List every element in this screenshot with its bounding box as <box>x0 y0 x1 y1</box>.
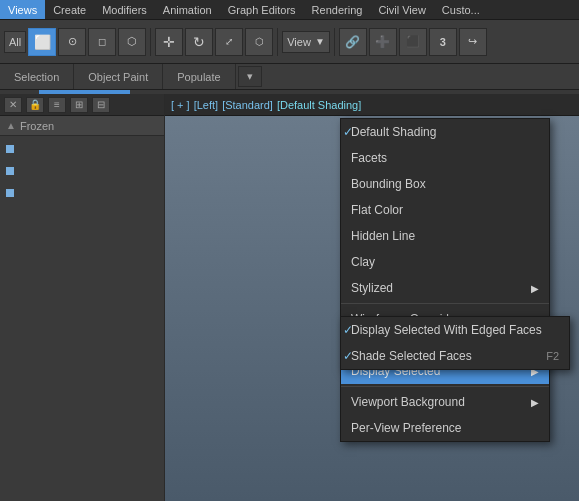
menu-civil-view[interactable]: Civil View <box>370 0 433 19</box>
list-item[interactable] <box>0 182 164 204</box>
menu-modifiers[interactable]: Modifiers <box>94 0 155 19</box>
move-btn[interactable]: ✛ <box>155 28 183 56</box>
frozen-label: Frozen <box>20 120 54 132</box>
panel-lock-btn[interactable]: 🔒 <box>26 97 44 113</box>
sub-context-menu: Display Selected With Edged Faces Shade … <box>340 316 570 370</box>
ctx-viewport-background[interactable]: Viewport Background ▶ <box>341 389 549 415</box>
rotate-btn[interactable]: ↻ <box>185 28 213 56</box>
menu-graph-editors[interactable]: Graph Editors <box>220 0 304 19</box>
frozen-bar: ▲ Frozen <box>0 116 164 136</box>
ctx-clay[interactable]: Clay <box>341 249 549 275</box>
menu-views[interactable]: Views <box>0 0 45 19</box>
menu-bar: Views Create Modifiers Animation Graph E… <box>0 0 579 20</box>
item-dot <box>6 145 14 153</box>
filter-dropdown[interactable]: All <box>4 31 26 53</box>
menu-customize[interactable]: Custo... <box>434 0 488 19</box>
tab-selection[interactable]: Selection <box>0 64 74 89</box>
squash-btn[interactable]: ⬡ <box>245 28 273 56</box>
scale-btn[interactable]: ⤢ <box>215 28 243 56</box>
tab-object-paint[interactable]: Object Paint <box>74 64 163 89</box>
ctx-default-shading[interactable]: Default Shading <box>341 119 549 145</box>
populate-options-btn[interactable]: ▾ <box>238 66 262 87</box>
ctx-bounding-box[interactable]: Bounding Box <box>341 171 549 197</box>
sep3 <box>334 28 335 56</box>
ctx-hidden-line[interactable]: Hidden Line <box>341 223 549 249</box>
panel-header: ✕ 🔒 ≡ ⊞ ⊟ <box>0 94 164 116</box>
ctx-stylized[interactable]: Stylized ▶ <box>341 275 549 301</box>
bind-btn[interactable]: ⬛ <box>399 28 427 56</box>
select-lasso-btn[interactable]: ⬡ <box>118 28 146 56</box>
stylized-arrow: ▶ <box>531 283 539 294</box>
menu-animation[interactable]: Animation <box>155 0 220 19</box>
select-fence-btn[interactable]: ◻ <box>88 28 116 56</box>
viewport-bg-arrow: ▶ <box>531 397 539 408</box>
item-dot <box>6 189 14 197</box>
ctx-sep1 <box>341 303 549 304</box>
view-dropdown[interactable]: View ▼ <box>282 31 330 53</box>
sub-ctx-edged-faces[interactable]: Display Selected With Edged Faces <box>341 317 569 343</box>
ctx-facets[interactable]: Facets <box>341 145 549 171</box>
item-dot <box>6 167 14 175</box>
extra-btn[interactable]: ↪ <box>459 28 487 56</box>
panel-close-btn[interactable]: ✕ <box>4 97 22 113</box>
list-item[interactable] <box>0 138 164 160</box>
viewport-header: [ + ] [Left] [Standard] [Default Shading… <box>165 94 579 116</box>
viewport-plus[interactable]: [ + ] <box>171 99 190 111</box>
unlink-btn[interactable]: ➕ <box>369 28 397 56</box>
ctx-sep2 <box>341 386 549 387</box>
mode-toolbar: Selection Object Paint Populate ▾ <box>0 64 579 90</box>
sep2 <box>277 28 278 56</box>
sub-ctx-shade-selected[interactable]: Shade Selected Faces F2 <box>341 343 569 369</box>
left-panel: ✕ 🔒 ≡ ⊞ ⊟ ▲ Frozen <box>0 94 165 501</box>
panel-btn1[interactable]: ≡ <box>48 97 66 113</box>
context-menu: Default Shading Facets Bounding Box Flat… <box>340 118 550 442</box>
menu-create[interactable]: Create <box>45 0 94 19</box>
list-item[interactable] <box>0 160 164 182</box>
panel-btn2[interactable]: ⊞ <box>70 97 88 113</box>
ctx-flat-color[interactable]: Flat Color <box>341 197 549 223</box>
main-toolbar: All ⬜ ⊙ ◻ ⬡ ✛ ↻ ⤢ ⬡ View ▼ 🔗 ➕ ⬛ 3 ↪ <box>0 20 579 64</box>
viewport-left[interactable]: [Left] <box>194 99 218 111</box>
viewport-standard[interactable]: [Standard] <box>222 99 273 111</box>
select-circle-btn[interactable]: ⊙ <box>58 28 86 56</box>
tab-populate[interactable]: Populate <box>163 64 235 89</box>
link-btn[interactable]: 🔗 <box>339 28 367 56</box>
panel-items <box>0 136 164 206</box>
menu-rendering[interactable]: Rendering <box>304 0 371 19</box>
sep1 <box>150 28 151 56</box>
panel-btn3[interactable]: ⊟ <box>92 97 110 113</box>
frozen-arrow: ▲ <box>6 120 16 131</box>
select-rect-btn[interactable]: ⬜ <box>28 28 56 56</box>
shade-shortcut: F2 <box>546 350 559 362</box>
ctx-per-view-preference[interactable]: Per-View Preference <box>341 415 549 441</box>
num3d-btn[interactable]: 3 <box>429 28 457 56</box>
viewport-shading-btn[interactable]: [Default Shading] <box>277 99 361 111</box>
